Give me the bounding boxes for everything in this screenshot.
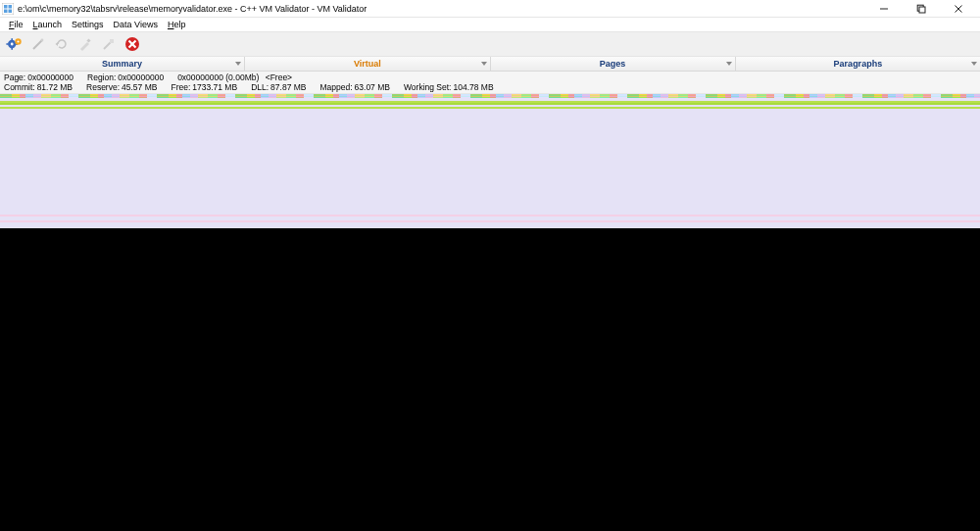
svg-point-17	[17, 40, 19, 42]
stat-free: Free: 1733.71 MB	[171, 82, 237, 92]
svg-rect-21	[86, 38, 90, 42]
stat-reserve-value: 45.57 MB	[122, 82, 157, 92]
stat-page-value: 0x00000000	[27, 72, 74, 82]
stat-mapped-value: 63.07 MB	[355, 82, 390, 92]
stat-region: Region: 0x00000000	[87, 72, 164, 82]
stat-page-label: Page:	[4, 72, 25, 82]
stat-mapped: Mapped: 63.07 MB	[319, 82, 389, 92]
svg-marker-28	[481, 62, 487, 66]
svg-rect-0	[2, 3, 14, 15]
tab-virtual-label: Virtual	[354, 59, 381, 69]
settings-gear-button[interactable]	[6, 35, 24, 53]
svg-rect-14	[6, 43, 8, 45]
svg-marker-27	[235, 62, 241, 66]
stats-panel: Page: 0x00000000 Region: 0x00000000 0x00…	[0, 72, 980, 94]
stat-commit-value: 81.72 MB	[37, 82, 73, 92]
tab-strip: Summary Virtual Pages Paragraphs	[0, 57, 980, 72]
stat-working-set-value: 104.78 MB	[453, 82, 493, 92]
tab-summary-label: Summary	[102, 59, 142, 69]
stat-dll-label: DLL:	[251, 82, 269, 92]
svg-marker-20	[56, 42, 59, 46]
svg-marker-30	[971, 62, 977, 66]
stat-reserve-label: Reserve:	[86, 82, 120, 92]
window-title: e:\om\c\memory32\tabsrv\release\memoryva…	[18, 4, 367, 14]
stat-commit: Commit: 81.72 MB	[4, 82, 73, 92]
memory-map-visualization[interactable]	[0, 94, 980, 531]
window-controls	[872, 2, 976, 16]
menu-settings[interactable]: Settings	[67, 18, 109, 31]
stat-mapped-label: Mapped:	[319, 82, 352, 92]
svg-point-19	[41, 39, 44, 42]
tab-dropdown-icon[interactable]	[725, 59, 733, 69]
stat-reserve: Reserve: 45.57 MB	[86, 82, 157, 92]
refresh-button[interactable]	[53, 35, 71, 53]
svg-rect-13	[11, 48, 13, 50]
stat-commit-label: Commit:	[4, 82, 35, 92]
stat-free-value: 1733.71 MB	[192, 82, 237, 92]
brush-button[interactable]	[76, 35, 94, 53]
eraser-button[interactable]	[100, 35, 118, 53]
svg-rect-12	[11, 38, 13, 40]
svg-point-11	[11, 43, 14, 46]
tab-pages-label: Pages	[600, 59, 626, 69]
svg-rect-1	[4, 5, 8, 9]
svg-rect-3	[4, 9, 8, 13]
tab-paragraphs-label: Paragraphs	[834, 59, 883, 69]
svg-line-18	[33, 40, 42, 49]
mem-free-region	[0, 109, 980, 215]
stat-dll: DLL: 87.87 MB	[251, 82, 306, 92]
tab-pages[interactable]: Pages	[491, 57, 736, 71]
svg-marker-29	[726, 62, 732, 66]
stat-dll-value: 87.87 MB	[270, 82, 306, 92]
stat-region-label: Region:	[87, 72, 116, 82]
tab-dropdown-icon[interactable]	[480, 59, 488, 69]
stat-address: 0x00000000 (0.00Mb) <Free>	[177, 72, 292, 82]
maximize-button[interactable]	[909, 2, 933, 16]
app-icon	[2, 3, 14, 15]
toolbar	[0, 31, 980, 57]
minimize-button[interactable]	[872, 2, 896, 16]
svg-rect-4	[9, 9, 13, 13]
svg-rect-23	[110, 39, 114, 43]
stat-page: Page: 0x00000000	[4, 72, 74, 82]
menu-data-views[interactable]: Data Views	[109, 18, 163, 31]
svg-rect-2	[9, 5, 13, 9]
stat-free-label: Free:	[171, 82, 190, 92]
wand-button[interactable]	[29, 35, 47, 53]
tab-paragraphs[interactable]: Paragraphs	[736, 57, 980, 71]
menu-file[interactable]: File	[4, 18, 28, 31]
menu-help[interactable]: Help	[163, 18, 191, 31]
stat-address-tag: <Free>	[266, 72, 292, 82]
svg-rect-7	[919, 7, 925, 13]
tab-dropdown-icon[interactable]	[970, 59, 978, 69]
mem-row	[0, 97, 980, 98]
stat-line-2: Commit: 81.72 MB Reserve: 45.57 MB Free:…	[4, 82, 976, 92]
mem-committed-region	[0, 228, 980, 531]
stat-working-set: Working Set: 104.78 MB	[404, 82, 494, 92]
stat-region-value: 0x00000000	[118, 72, 164, 82]
stat-address-value: 0x00000000 (0.00Mb)	[177, 72, 259, 82]
tab-summary[interactable]: Summary	[0, 57, 245, 71]
menu-bar: File Launch Settings Data Views Help	[0, 18, 980, 31]
stat-working-set-label: Working Set:	[404, 82, 452, 92]
tab-dropdown-icon[interactable]	[234, 59, 242, 69]
close-button[interactable]	[947, 2, 970, 16]
mem-chunk	[4, 230, 90, 233]
cancel-button[interactable]	[123, 35, 141, 53]
stat-line-1: Page: 0x00000000 Region: 0x00000000 0x00…	[4, 72, 976, 82]
menu-launch[interactable]: Launch	[28, 18, 68, 31]
title-bar: e:\om\c\memory32\tabsrv\release\memoryva…	[0, 0, 980, 18]
tab-virtual[interactable]: Virtual	[245, 57, 490, 71]
